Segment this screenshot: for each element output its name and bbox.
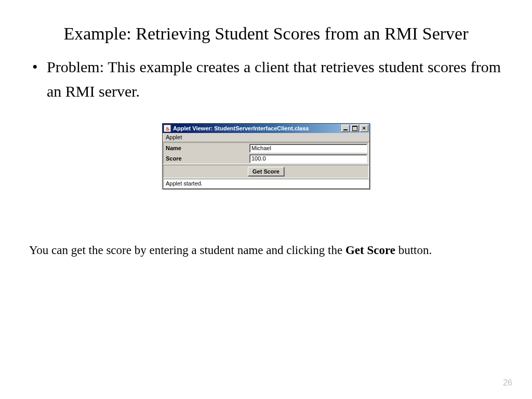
label-name: Name xyxy=(164,145,249,151)
slide-title: Example: Retrieving Student Scores from … xyxy=(26,20,506,48)
score-field[interactable] xyxy=(249,154,367,163)
close-button[interactable]: ✕ xyxy=(360,125,368,132)
java-icon: ♨ xyxy=(164,125,171,132)
bullet-item: • Problem: This example creates a client… xyxy=(29,55,501,103)
get-score-button[interactable]: Get Score xyxy=(248,167,284,176)
applet-window: ♨ Applet Viewer: StudentServerInterfaceC… xyxy=(162,123,370,189)
minimize-button[interactable] xyxy=(341,125,350,132)
caption: You can get the score by entering a stud… xyxy=(26,241,506,260)
caption-part-2: button. xyxy=(395,244,432,257)
caption-bold: Get Score xyxy=(345,244,395,257)
menubar: Applet xyxy=(163,133,369,142)
bullet-dot: • xyxy=(29,55,47,103)
window-title: Applet Viewer: StudentServerInterfaceCli… xyxy=(173,125,341,131)
caption-part-1: You can get the score by entering a stud… xyxy=(29,244,345,257)
menu-applet[interactable]: Applet xyxy=(166,134,182,140)
titlebar: ♨ Applet Viewer: StudentServerInterfaceC… xyxy=(163,124,369,133)
status-bar: Applet started. xyxy=(163,179,369,188)
bullet-text: Problem: This example creates a client t… xyxy=(47,55,501,103)
name-field[interactable] xyxy=(249,144,367,153)
page-number: 26 xyxy=(503,378,512,388)
maximize-button[interactable] xyxy=(351,125,359,132)
label-score: Score xyxy=(164,155,249,162)
